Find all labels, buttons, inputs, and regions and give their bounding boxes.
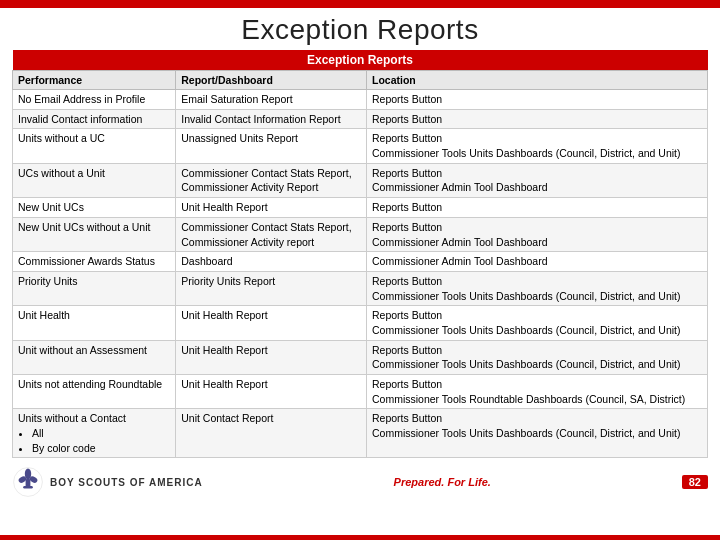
table-row: New Unit UCs without a UnitCommissioner …	[13, 217, 708, 251]
cell-performance: New Unit UCs without a Unit	[13, 217, 176, 251]
cell-performance: Priority Units	[13, 271, 176, 305]
cell-location: Commissioner Admin Tool Dashboard	[367, 252, 708, 272]
bottom-red-bar	[0, 535, 720, 540]
cell-report: Unit Contact Report	[176, 409, 367, 458]
cell-location: Reports Button Commissioner Tools Roundt…	[367, 375, 708, 409]
cell-report: Dashboard	[176, 252, 367, 272]
table-row: UCs without a UnitCommissioner Contact S…	[13, 163, 708, 197]
cell-report: Email Saturation Report	[176, 90, 367, 110]
exception-reports-table: Exception Reports Performance Report/Das…	[12, 50, 708, 458]
cell-report: Invalid Contact Information Report	[176, 109, 367, 129]
cell-performance: No Email Address in Profile	[13, 90, 176, 110]
bsa-name: BOY SCOUTS OF AMERICA	[50, 477, 203, 488]
table-row: Priority UnitsPriority Units ReportRepor…	[13, 271, 708, 305]
cell-location: Reports Button Commissioner Tools Units …	[367, 129, 708, 163]
cell-location: Reports Button	[367, 90, 708, 110]
top-red-bar	[0, 0, 720, 8]
table-row: Unit without an AssessmentUnit Health Re…	[13, 340, 708, 374]
cell-location: Reports Button Commissioner Tools Units …	[367, 340, 708, 374]
cell-report: Commissioner Contact Stats Report, Commi…	[176, 163, 367, 197]
col-header-report: Report/Dashboard	[176, 71, 367, 90]
cell-report: Unit Health Report	[176, 340, 367, 374]
table-row: Units without a UCUnassigned Units Repor…	[13, 129, 708, 163]
cell-location: Reports Button Commissioner Tools Units …	[367, 271, 708, 305]
cell-performance: Units without a UC	[13, 129, 176, 163]
svg-rect-5	[23, 486, 33, 488]
page-footer: BOY SCOUTS OF AMERICA Prepared. For Life…	[0, 462, 720, 500]
cell-performance: New Unit UCs	[13, 198, 176, 218]
table-row: Commissioner Awards StatusDashboardCommi…	[13, 252, 708, 272]
cell-location: Reports Button	[367, 109, 708, 129]
col-header-location: Location	[367, 71, 708, 90]
table-row: New Unit UCsUnit Health ReportReports Bu…	[13, 198, 708, 218]
cell-report: Unit Health Report	[176, 306, 367, 340]
svg-rect-4	[26, 479, 31, 487]
cell-performance: Units without a ContactAllBy color code	[13, 409, 176, 458]
cell-report: Priority Units Report	[176, 271, 367, 305]
table-row: Units not attending RoundtableUnit Healt…	[13, 375, 708, 409]
col-header-performance: Performance	[13, 71, 176, 90]
page-number: 82	[682, 475, 708, 489]
table-row: Unit HealthUnit Health ReportReports But…	[13, 306, 708, 340]
prepared-text: Prepared. For Life.	[394, 476, 491, 488]
cell-performance: Units not attending Roundtable	[13, 375, 176, 409]
cell-location: Reports Button Commissioner Tools Units …	[367, 409, 708, 458]
cell-location: Reports Button Commissioner Admin Tool D…	[367, 217, 708, 251]
table-row: Units without a ContactAllBy color codeU…	[13, 409, 708, 458]
bsa-logo: BOY SCOUTS OF AMERICA	[12, 466, 203, 498]
cell-performance: UCs without a Unit	[13, 163, 176, 197]
cell-report: Unassigned Units Report	[176, 129, 367, 163]
cell-location: Reports Button Commissioner Admin Tool D…	[367, 163, 708, 197]
table-container: Exception Reports Performance Report/Das…	[0, 50, 720, 458]
cell-report: Commissioner Contact Stats Report, Commi…	[176, 217, 367, 251]
cell-performance: Unit without an Assessment	[13, 340, 176, 374]
bsa-fleur-icon	[12, 466, 44, 498]
cell-performance: Unit Health	[13, 306, 176, 340]
table-row: Invalid Contact informationInvalid Conta…	[13, 109, 708, 129]
cell-performance: Commissioner Awards Status	[13, 252, 176, 272]
cell-location: Reports Button Commissioner Tools Units …	[367, 306, 708, 340]
table-super-header: Exception Reports	[13, 50, 708, 71]
table-row: No Email Address in ProfileEmail Saturat…	[13, 90, 708, 110]
cell-performance: Invalid Contact information	[13, 109, 176, 129]
page-title: Exception Reports	[0, 8, 720, 50]
cell-report: Unit Health Report	[176, 198, 367, 218]
cell-location: Reports Button	[367, 198, 708, 218]
cell-report: Unit Health Report	[176, 375, 367, 409]
